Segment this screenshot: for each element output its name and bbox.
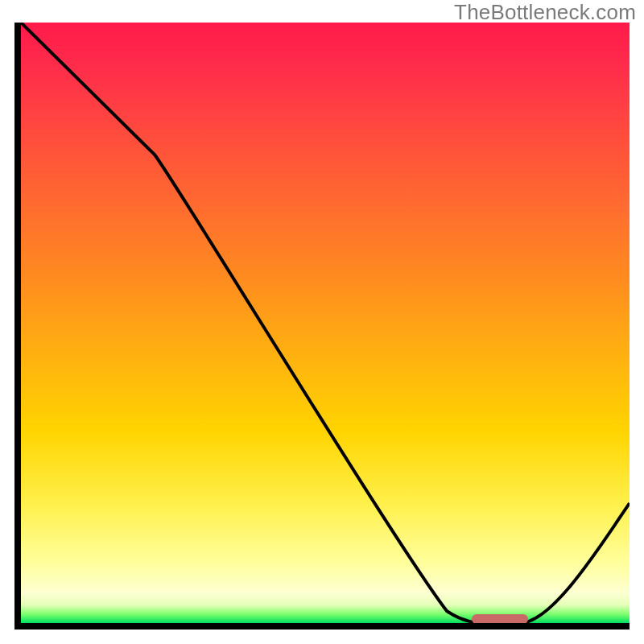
watermark-text: TheBottleneck.com xyxy=(454,0,636,25)
chart-container: TheBottleneck.com xyxy=(0,0,644,644)
bottleneck-line xyxy=(21,23,630,623)
optimal-range-marker xyxy=(472,614,528,624)
plot-area xyxy=(14,23,630,630)
